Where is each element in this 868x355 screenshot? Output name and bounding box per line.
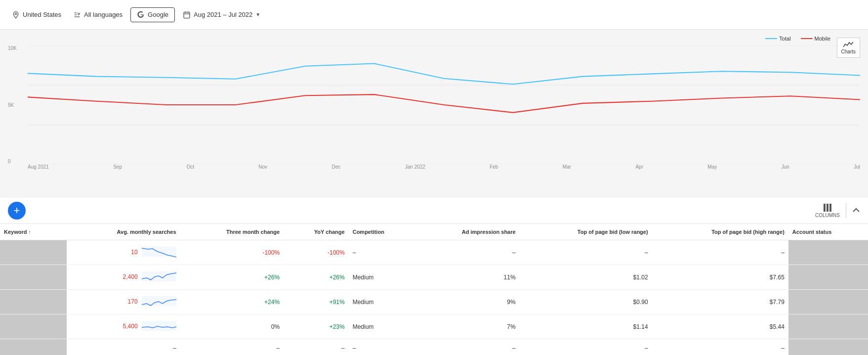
competition-cell: – bbox=[349, 339, 415, 355]
top-bid-high-cell: $7.79 bbox=[652, 290, 788, 314]
y-label-10k: 10K bbox=[8, 45, 28, 51]
x-label-aug2021: Aug 2021 bbox=[28, 164, 49, 174]
x-label-feb: Feb bbox=[490, 164, 498, 174]
location-filter[interactable]: United States bbox=[8, 9, 65, 21]
ad-impression-cell: 9% bbox=[415, 290, 520, 314]
avg-searches-cell: 5,400 bbox=[67, 314, 180, 339]
competition-cell: Medium bbox=[349, 314, 415, 339]
three-month-cell: 0% bbox=[180, 314, 284, 339]
competition-cell: Medium bbox=[349, 290, 415, 314]
language-filter[interactable]: All languages bbox=[69, 9, 126, 21]
avg-searches-value: – bbox=[173, 345, 176, 352]
date-dropdown-arrow: ▼ bbox=[255, 12, 260, 17]
total-line bbox=[28, 64, 860, 85]
account-status-cell bbox=[788, 265, 868, 290]
chevron-up-icon bbox=[852, 206, 860, 214]
avg-searches-value: 10 bbox=[131, 249, 137, 256]
columns-icon bbox=[824, 204, 831, 212]
th-top-bid-high[interactable]: Top of page bid (high range) bbox=[652, 224, 788, 240]
x-label-mar: Mar bbox=[563, 164, 571, 174]
yoy-cell: +23% bbox=[284, 314, 349, 339]
avg-searches-cell: 2,400 bbox=[67, 265, 180, 290]
ad-impression-cell: 11% bbox=[415, 265, 520, 290]
chart-legend: Total Mobile bbox=[8, 36, 830, 42]
yoy-cell: – bbox=[284, 339, 349, 355]
x-label-dec: Dec bbox=[331, 164, 340, 174]
collapse-button[interactable] bbox=[852, 206, 860, 216]
th-keyword[interactable]: Keyword ↑ bbox=[0, 224, 67, 240]
th-ad-impression[interactable]: Ad impression share bbox=[415, 224, 520, 240]
add-keyword-button[interactable]: + bbox=[8, 202, 26, 220]
x-label-may: May bbox=[707, 164, 717, 174]
source-filter[interactable]: Google bbox=[130, 7, 175, 22]
legend-total-label: Total bbox=[779, 36, 790, 42]
three-month-cell: +26% bbox=[180, 265, 284, 290]
table-row: ––––––– bbox=[0, 339, 868, 355]
sparkline bbox=[142, 303, 176, 310]
calendar-icon bbox=[183, 11, 191, 19]
x-label-sep: Sep bbox=[113, 164, 122, 174]
yoy-cell: +91% bbox=[284, 290, 349, 314]
top-bid-low-cell: $0.90 bbox=[520, 290, 652, 314]
legend-mobile: Mobile bbox=[801, 36, 830, 42]
account-status-cell bbox=[788, 290, 868, 314]
account-status-cell bbox=[788, 240, 868, 265]
legend-total-line bbox=[765, 38, 777, 39]
chart-svg-area bbox=[28, 45, 860, 164]
three-month-cell: -100% bbox=[180, 240, 284, 265]
top-bid-low-cell: – bbox=[520, 339, 652, 355]
top-bid-low-cell: $1.02 bbox=[520, 265, 652, 290]
sort-icon: ↑ bbox=[29, 229, 31, 235]
th-yoy[interactable]: YoY change bbox=[284, 224, 349, 240]
y-axis: 10K 5K 0 bbox=[8, 45, 28, 174]
sparkline bbox=[142, 254, 176, 261]
x-label-jun: Jun bbox=[782, 164, 789, 174]
yoy-cell: -100% bbox=[284, 240, 349, 265]
columns-button[interactable]: COLUMNS bbox=[815, 204, 840, 218]
toolbar-divider bbox=[846, 203, 846, 218]
x-label-apr: Apr bbox=[635, 164, 643, 174]
language-icon bbox=[73, 11, 81, 19]
keyword-cell bbox=[0, 339, 67, 355]
legend-total: Total bbox=[765, 36, 790, 42]
ad-impression-cell: – bbox=[415, 339, 520, 355]
keyword-cell bbox=[0, 265, 67, 290]
th-three-month[interactable]: Three month change bbox=[180, 224, 284, 240]
table-row: 170+24%+91%Medium9%$0.90$7.79 bbox=[0, 290, 868, 314]
chart-area: Charts Total Mobile 10K 5K 0 bbox=[0, 30, 868, 198]
keyword-table: Keyword ↑ Avg. monthly searches Three mo… bbox=[0, 224, 868, 355]
chart-svg bbox=[28, 45, 860, 164]
yoy-cell: +26% bbox=[284, 265, 349, 290]
avg-searches-cell: 170 bbox=[67, 290, 180, 314]
date-range-label: Aug 2021 – Jul 2022 bbox=[194, 11, 252, 18]
location-icon bbox=[12, 11, 20, 19]
table-row: 2,400+26%+26%Medium11%$1.02$7.65 bbox=[0, 265, 868, 290]
avg-searches-value: 170 bbox=[128, 298, 138, 305]
top-bid-high-cell: $7.65 bbox=[652, 265, 788, 290]
avg-searches-cell: – bbox=[67, 339, 180, 355]
top-bid-high-cell: – bbox=[652, 339, 788, 355]
location-label: United States bbox=[23, 11, 61, 18]
filter-bar: United States All languages Google Aug 2… bbox=[0, 0, 868, 30]
x-label-jul: Jul bbox=[854, 164, 860, 174]
account-status-cell bbox=[788, 339, 868, 355]
sparkline bbox=[142, 278, 176, 285]
svg-point-0 bbox=[15, 13, 16, 14]
th-top-bid-low[interactable]: Top of page bid (low range) bbox=[520, 224, 652, 240]
ad-impression-cell: 7% bbox=[415, 314, 520, 339]
th-avg-monthly[interactable]: Avg. monthly searches bbox=[67, 224, 180, 240]
x-axis: Aug 2021 Sep Oct Nov Dec Jan 2022 Feb Ma… bbox=[28, 164, 860, 174]
source-label: Google bbox=[148, 11, 168, 18]
svg-rect-13 bbox=[142, 247, 176, 257]
table-toolbar: + COLUMNS bbox=[0, 198, 868, 224]
competition-cell: – bbox=[349, 240, 415, 265]
keyword-cell bbox=[0, 314, 67, 339]
th-competition[interactable]: Competition bbox=[349, 224, 415, 240]
account-status-cell bbox=[788, 314, 868, 339]
chart-container: 10K 5K 0 Aug 2021 Sep Oct Nov Dec J bbox=[8, 45, 860, 174]
top-bid-high-cell: $5.44 bbox=[652, 314, 788, 339]
avg-searches-value: 5,400 bbox=[123, 323, 138, 330]
date-range-filter[interactable]: Aug 2021 – Jul 2022 ▼ bbox=[179, 9, 264, 21]
avg-searches-value: 2,400 bbox=[123, 273, 138, 280]
svg-rect-16 bbox=[142, 321, 176, 331]
